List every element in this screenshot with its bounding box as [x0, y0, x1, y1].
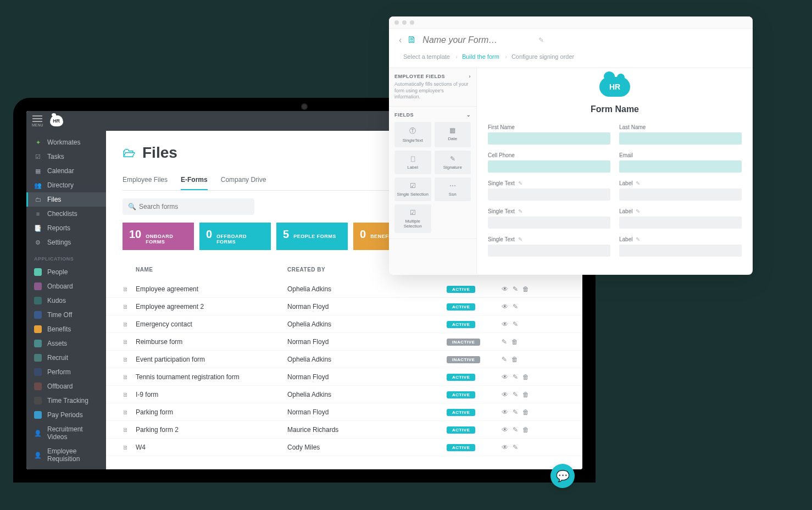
- edit-icon[interactable]: ✎: [513, 444, 518, 451]
- employee-fields-header[interactable]: EMPLOYEE FIELDS ›: [394, 74, 471, 79]
- stat-card[interactable]: 5PEOPLE FORMS: [276, 223, 348, 250]
- sidebar-item-workmates[interactable]: ✦Workmates: [26, 135, 106, 149]
- table-row: 🗎Parking form 2Maurice RichardsACTIVE👁✎🗑: [106, 421, 582, 439]
- table-row: 🗎Tennis tournament registration formNorm…: [106, 368, 582, 386]
- trash-icon[interactable]: 🗑: [522, 408, 529, 416]
- pencil-icon[interactable]: ✎: [518, 236, 522, 242]
- edit-icon[interactable]: ✎: [513, 285, 518, 293]
- sidebar-item-tasks[interactable]: ☑Tasks: [26, 149, 106, 164]
- traffic-max[interactable]: [410, 20, 414, 25]
- field-tile-ssn[interactable]: ⋯Ssn: [435, 178, 471, 201]
- edit-icon[interactable]: ✎: [513, 408, 518, 416]
- sidebar-item-files[interactable]: 🗀Files: [26, 192, 106, 207]
- edit-icon[interactable]: ✎: [513, 320, 518, 328]
- edit-icon[interactable]: ✎: [513, 373, 518, 381]
- sidebar-item-calendar[interactable]: ▦Calendar: [26, 164, 106, 178]
- sidebar-app-label: Time Tracking: [47, 397, 88, 404]
- pencil-icon[interactable]: ✎: [538, 36, 544, 44]
- pencil-icon[interactable]: ✎: [636, 236, 640, 242]
- form-field-label: Email: [619, 152, 742, 158]
- pencil-icon[interactable]: ✎: [518, 180, 522, 186]
- form-field-input[interactable]: [488, 217, 610, 229]
- eye-icon[interactable]: 👁: [502, 303, 508, 311]
- trash-icon[interactable]: 🗑: [522, 391, 529, 398]
- form-field-input[interactable]: [619, 245, 742, 257]
- breadcrumb-step[interactable]: Build the form: [458, 51, 507, 62]
- form-field-input[interactable]: [619, 132, 742, 145]
- eye-icon[interactable]: 👁: [502, 444, 508, 451]
- eye-icon[interactable]: 👁: [502, 408, 508, 416]
- tab-e-forms[interactable]: E-Forms: [181, 170, 208, 190]
- form-name-input[interactable]: [422, 35, 533, 45]
- trash-icon[interactable]: 🗑: [511, 356, 518, 363]
- sidebar-app-leave-requests[interactable]: 👤Leave Requests: [26, 466, 106, 469]
- stat-card[interactable]: 10ONBOARD FORMS: [123, 223, 194, 250]
- sidebar-app-time-off[interactable]: Time Off: [26, 308, 106, 322]
- row-created-by: Norman Floyd: [287, 338, 447, 346]
- form-field-input[interactable]: [488, 132, 610, 145]
- field-tile-signature[interactable]: ✎Signature: [435, 151, 471, 174]
- form-field-input[interactable]: [619, 189, 742, 201]
- sidebar-app-onboard[interactable]: Onboard: [26, 279, 106, 293]
- sidebar-app-recruitment-videos[interactable]: 👤Recruitment Videos: [26, 422, 106, 444]
- eye-icon[interactable]: 👁: [502, 285, 508, 293]
- field-tile-singletext[interactable]: ⓉSingleText: [394, 122, 431, 147]
- field-icon: ⎕: [397, 155, 429, 163]
- sidebar-app-perform[interactable]: Perform: [26, 365, 106, 379]
- form-field-input[interactable]: [488, 189, 610, 201]
- field-tile-label[interactable]: ⎕Label: [394, 151, 431, 174]
- chat-bubble[interactable]: 💬: [550, 464, 575, 488]
- sidebar-app-people[interactable]: People: [26, 265, 106, 279]
- pencil-icon[interactable]: ✎: [518, 208, 522, 214]
- trash-icon[interactable]: 🗑: [522, 426, 529, 434]
- field-tile-date[interactable]: ▦Date: [435, 122, 471, 147]
- fields-header[interactable]: FIELDS ⌄: [394, 112, 471, 118]
- eye-icon[interactable]: 👁: [502, 320, 508, 328]
- tab-employee-files[interactable]: Employee Files: [123, 170, 168, 190]
- edit-icon[interactable]: ✎: [513, 391, 518, 398]
- tab-company-drive[interactable]: Company Drive: [221, 170, 266, 190]
- traffic-close[interactable]: [394, 20, 399, 25]
- field-label: Label: [397, 165, 429, 170]
- menu-button[interactable]: MENU: [32, 115, 43, 127]
- sidebar-app-kudos[interactable]: Kudos: [26, 293, 106, 308]
- trash-icon[interactable]: 🗑: [511, 338, 518, 346]
- stat-card[interactable]: 0OFFBOARD FORMS: [199, 223, 271, 250]
- edit-icon[interactable]: ✎: [513, 426, 518, 434]
- sidebar-item-settings[interactable]: ⚙Settings: [26, 235, 106, 250]
- form-field-input[interactable]: [619, 217, 742, 229]
- sidebar-app-employee-requisition[interactable]: 👤Employee Requisition: [26, 444, 106, 466]
- sidebar-app-assets[interactable]: Assets: [26, 336, 106, 351]
- breadcrumb-step[interactable]: Configure signing order: [507, 51, 582, 62]
- sidebar-app-label: Onboard: [47, 282, 73, 290]
- back-arrow-icon[interactable]: ‹: [399, 35, 402, 45]
- field-tile-multiple-selection[interactable]: ☑Multiple Selection: [394, 204, 431, 233]
- sidebar-item-reports[interactable]: 📑Reports: [26, 221, 106, 235]
- edit-icon[interactable]: ✎: [502, 356, 507, 363]
- breadcrumb-step[interactable]: Select a template: [399, 51, 458, 62]
- pencil-icon[interactable]: ✎: [636, 208, 640, 214]
- field-tile-single-selection[interactable]: ☑Single Selection: [394, 178, 431, 201]
- sidebar-app-offboard[interactable]: Offboard: [26, 379, 106, 393]
- sidebar-item-label: Workmates: [47, 138, 80, 146]
- form-field-input[interactable]: [619, 160, 742, 173]
- trash-icon[interactable]: 🗑: [522, 373, 529, 381]
- sidebar-app-recruit[interactable]: Recruit: [26, 351, 106, 365]
- sidebar-item-directory[interactable]: 👥Directory: [26, 178, 106, 192]
- form-field-input[interactable]: [488, 245, 610, 257]
- edit-icon[interactable]: ✎: [502, 338, 507, 346]
- sidebar-app-time-tracking[interactable]: Time Tracking: [26, 393, 106, 408]
- edit-icon[interactable]: ✎: [513, 303, 518, 311]
- sidebar-item-checklists[interactable]: ≡Checklists: [26, 207, 106, 221]
- sidebar-item-label: Checklists: [47, 210, 77, 218]
- eye-icon[interactable]: 👁: [502, 391, 508, 398]
- eye-icon[interactable]: 👁: [502, 426, 508, 434]
- sidebar-app-benefits[interactable]: Benefits: [26, 322, 106, 336]
- eye-icon[interactable]: 👁: [502, 373, 508, 381]
- trash-icon[interactable]: 🗑: [522, 285, 529, 293]
- traffic-min[interactable]: [402, 20, 407, 25]
- pencil-icon[interactable]: ✎: [636, 180, 640, 186]
- search-input[interactable]: [123, 198, 254, 215]
- sidebar-app-pay-periods[interactable]: Pay Periods: [26, 408, 106, 422]
- form-field-input[interactable]: [488, 160, 610, 173]
